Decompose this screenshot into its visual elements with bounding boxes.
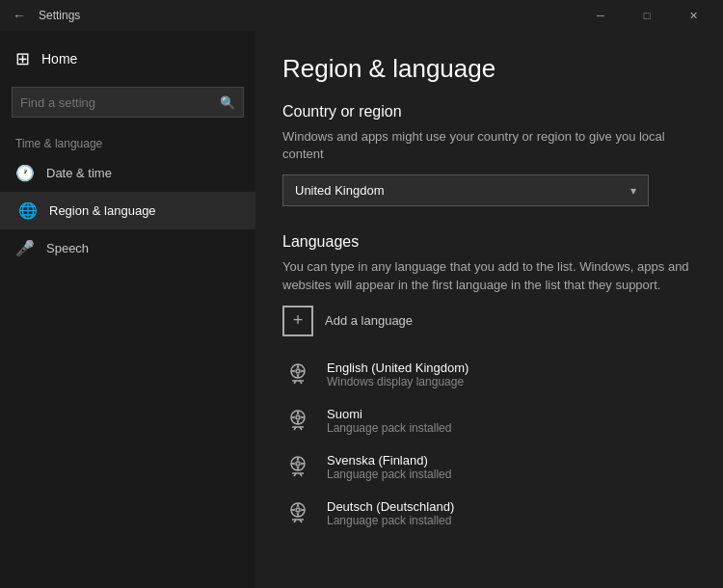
home-icon: ⊞ [15, 48, 30, 69]
sidebar-item-region-language[interactable]: 🌐 Region & language [0, 192, 255, 229]
language-info-deutsch: Deutsch (Deutschland) Language pack inst… [327, 499, 454, 527]
language-status-svenska: Language pack installed [327, 468, 451, 481]
country-region-section: Country or region Windows and apps might… [282, 103, 696, 206]
sidebar-item-speech[interactable]: 🎤 Speech [0, 229, 255, 267]
language-name-svenska: Svenska (Finland) [327, 453, 451, 468]
sidebar-item-home[interactable]: ⊞ Home [0, 39, 255, 79]
language-name-suomi: Suomi [327, 407, 451, 421]
globe-icon: 🌐 [18, 201, 38, 220]
microphone-icon: 🎤 [15, 239, 35, 257]
languages-section-desc: You can type in any language that you ad… [282, 258, 696, 293]
search-icon: 🔍 [220, 95, 235, 110]
language-status-suomi: Language pack installed [327, 421, 451, 435]
home-label: Home [41, 51, 77, 67]
sidebar-label-speech: Speech [46, 241, 89, 255]
window-controls: ─ □ ✕ [578, 0, 715, 31]
language-info-svenska: Svenska (Finland) Language pack installe… [327, 453, 451, 481]
language-status-deutsch: Language pack installed [327, 514, 454, 527]
svg-point-0 [291, 364, 305, 378]
maximize-button[interactable]: □ [625, 0, 669, 31]
svg-point-1 [291, 411, 305, 424]
title-bar: ← Settings ─ □ ✕ [0, 0, 723, 31]
language-icon-suomi [282, 406, 313, 437]
sidebar-item-date-time[interactable]: 🕐 Date & time [0, 154, 255, 192]
language-icon-deutsch [282, 498, 313, 529]
selected-country: United Kingdom [295, 183, 385, 198]
language-icon-svenska [282, 452, 313, 483]
languages-section-title: Languages [282, 233, 696, 251]
language-name-english: English (United Kingdom) [327, 361, 469, 375]
sidebar-label-region: Region & language [49, 203, 156, 218]
page-title: Region & language [282, 54, 696, 84]
language-item-suomi[interactable]: Suomi Language pack installed [282, 398, 696, 444]
clock-icon: 🕐 [15, 164, 35, 182]
sidebar-category: Time & language [0, 125, 255, 154]
country-dropdown[interactable]: United Kingdom ▾ [282, 174, 649, 206]
language-item-english[interactable]: English (United Kingdom) Windows display… [282, 352, 696, 398]
search-input[interactable] [20, 95, 220, 110]
language-item-svenska[interactable]: Svenska (Finland) Language pack installe… [282, 444, 696, 491]
add-language-label: Add a language [325, 313, 413, 328]
language-item-deutsch[interactable]: Deutsch (Deutschland) Language pack inst… [282, 491, 696, 537]
add-language-button[interactable]: + Add a language [282, 306, 696, 336]
dropdown-arrow-icon: ▾ [630, 184, 636, 198]
window-title: Settings [39, 9, 80, 22]
back-button[interactable]: ← [8, 4, 31, 27]
country-section-title: Country or region [282, 103, 696, 120]
language-status-english: Windows display language [327, 375, 469, 388]
sidebar: ⊞ Home 🔍 Time & language 🕐 Date & time 🌐… [0, 31, 255, 588]
close-button[interactable]: ✕ [671, 0, 715, 31]
svg-point-2 [291, 457, 305, 470]
language-name-deutsch: Deutsch (Deutschland) [327, 499, 454, 514]
svg-point-3 [291, 503, 305, 517]
content-area: Region & language Country or region Wind… [255, 31, 723, 588]
language-info-suomi: Suomi Language pack installed [327, 407, 451, 435]
sidebar-label-date-time: Date & time [46, 166, 112, 180]
main-layout: ⊞ Home 🔍 Time & language 🕐 Date & time 🌐… [0, 31, 723, 588]
language-info-english: English (United Kingdom) Windows display… [327, 361, 469, 388]
add-icon: + [282, 306, 313, 336]
country-section-desc: Windows and apps might use your country … [282, 128, 696, 163]
language-icon-english [282, 360, 313, 390]
search-box[interactable]: 🔍 [12, 87, 244, 118]
languages-section: Languages You can type in any language t… [282, 233, 696, 536]
minimize-button[interactable]: ─ [578, 0, 623, 31]
